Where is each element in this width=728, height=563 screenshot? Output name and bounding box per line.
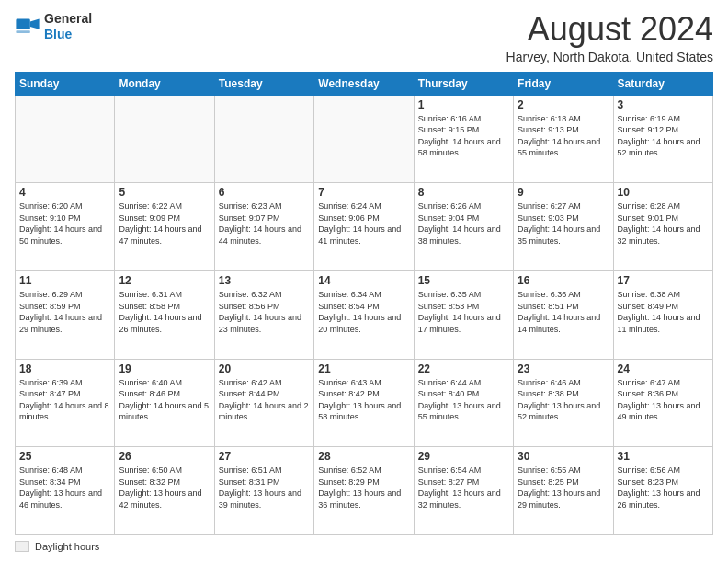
calendar-cell: 30Sunrise: 6:55 AM Sunset: 8:25 PM Dayli… [514, 447, 613, 535]
calendar-cell: 3Sunrise: 6:19 AM Sunset: 9:12 PM Daylig… [613, 95, 712, 183]
calendar-cell: 4Sunrise: 6:20 AM Sunset: 9:10 PM Daylig… [16, 183, 115, 271]
calendar-cell: 31Sunrise: 6:56 AM Sunset: 8:23 PM Dayli… [613, 447, 712, 535]
day-number: 1 [418, 98, 509, 111]
legend: Daylight hours [15, 541, 713, 552]
day-info: Sunrise: 6:29 AM Sunset: 8:59 PM Dayligh… [19, 289, 110, 335]
calendar-cell: 13Sunrise: 6:32 AM Sunset: 8:56 PM Dayli… [214, 270, 313, 359]
day-info: Sunrise: 6:42 AM Sunset: 8:44 PM Dayligh… [219, 377, 310, 423]
calendar-cell: 20Sunrise: 6:42 AM Sunset: 8:44 PM Dayli… [214, 359, 313, 447]
day-info: Sunrise: 6:18 AM Sunset: 9:13 PM Dayligh… [518, 113, 609, 159]
calendar-cell: 8Sunrise: 6:26 AM Sunset: 9:04 PM Daylig… [414, 183, 513, 271]
day-number: 11 [19, 274, 110, 287]
day-info: Sunrise: 6:47 AM Sunset: 8:36 PM Dayligh… [618, 377, 709, 423]
day-number: 4 [19, 186, 110, 199]
day-info: Sunrise: 6:35 AM Sunset: 8:53 PM Dayligh… [418, 289, 509, 335]
col-wednesday: Wednesday [314, 72, 414, 95]
calendar-cell: 19Sunrise: 6:40 AM Sunset: 8:46 PM Dayli… [115, 359, 214, 447]
day-number: 15 [418, 274, 509, 287]
calendar-cell: 15Sunrise: 6:35 AM Sunset: 8:53 PM Dayli… [414, 270, 513, 359]
day-info: Sunrise: 6:54 AM Sunset: 8:27 PM Dayligh… [418, 465, 509, 511]
col-monday: Monday [115, 72, 214, 95]
day-number: 21 [318, 362, 409, 375]
day-info: Sunrise: 6:43 AM Sunset: 8:42 PM Dayligh… [318, 377, 409, 423]
day-number: 9 [518, 186, 609, 199]
day-number: 27 [219, 450, 310, 463]
calendar-cell: 25Sunrise: 6:48 AM Sunset: 8:34 PM Dayli… [16, 447, 115, 535]
calendar-cell: 17Sunrise: 6:38 AM Sunset: 8:49 PM Dayli… [613, 270, 712, 359]
svg-rect-2 [16, 30, 29, 33]
day-info: Sunrise: 6:48 AM Sunset: 8:34 PM Dayligh… [19, 465, 110, 511]
day-info: Sunrise: 6:26 AM Sunset: 9:04 PM Dayligh… [418, 201, 509, 247]
calendar-cell: 11Sunrise: 6:29 AM Sunset: 8:59 PM Dayli… [16, 270, 115, 359]
day-number: 13 [219, 274, 310, 287]
day-info: Sunrise: 6:44 AM Sunset: 8:40 PM Dayligh… [418, 377, 509, 423]
calendar-cell: 6Sunrise: 6:23 AM Sunset: 9:07 PM Daylig… [214, 183, 313, 271]
col-tuesday: Tuesday [214, 72, 313, 95]
day-number: 16 [518, 274, 609, 287]
page: General Blue August 2024 Harvey, North D… [0, 0, 728, 563]
calendar-week-0: 1Sunrise: 6:16 AM Sunset: 9:15 PM Daylig… [16, 95, 713, 183]
calendar-week-1: 4Sunrise: 6:20 AM Sunset: 9:10 PM Daylig… [16, 183, 713, 271]
day-number: 12 [119, 274, 210, 287]
day-number: 29 [418, 450, 509, 463]
svg-marker-1 [30, 18, 40, 29]
calendar-cell: 21Sunrise: 6:43 AM Sunset: 8:42 PM Dayli… [314, 359, 414, 447]
day-info: Sunrise: 6:23 AM Sunset: 9:07 PM Dayligh… [219, 201, 310, 247]
day-info: Sunrise: 6:20 AM Sunset: 9:10 PM Dayligh… [19, 201, 110, 247]
day-number: 18 [19, 362, 110, 375]
calendar-cell [314, 95, 414, 183]
day-number: 20 [219, 362, 310, 375]
day-number: 6 [219, 186, 310, 199]
calendar-header-row: Sunday Monday Tuesday Wednesday Thursday… [16, 72, 713, 95]
calendar-cell: 28Sunrise: 6:52 AM Sunset: 8:29 PM Dayli… [314, 447, 414, 535]
logo-general: General [44, 11, 92, 26]
legend-label: Daylight hours [35, 541, 99, 552]
calendar-cell: 5Sunrise: 6:22 AM Sunset: 9:09 PM Daylig… [115, 183, 214, 271]
calendar-cell: 27Sunrise: 6:51 AM Sunset: 8:31 PM Dayli… [214, 447, 313, 535]
calendar-cell: 23Sunrise: 6:46 AM Sunset: 8:38 PM Dayli… [514, 359, 613, 447]
day-info: Sunrise: 6:55 AM Sunset: 8:25 PM Dayligh… [518, 465, 609, 511]
col-friday: Friday [514, 72, 613, 95]
calendar-cell: 7Sunrise: 6:24 AM Sunset: 9:06 PM Daylig… [314, 183, 414, 271]
day-info: Sunrise: 6:22 AM Sunset: 9:09 PM Dayligh… [119, 201, 210, 247]
day-info: Sunrise: 6:51 AM Sunset: 8:31 PM Dayligh… [219, 465, 310, 511]
day-info: Sunrise: 6:38 AM Sunset: 8:49 PM Dayligh… [618, 289, 709, 335]
day-info: Sunrise: 6:56 AM Sunset: 8:23 PM Dayligh… [618, 465, 709, 511]
month-title: August 2024 [506, 11, 713, 48]
day-number: 10 [618, 186, 709, 199]
day-number: 22 [418, 362, 509, 375]
day-number: 8 [418, 186, 509, 199]
svg-rect-0 [16, 18, 29, 29]
calendar-week-2: 11Sunrise: 6:29 AM Sunset: 8:59 PM Dayli… [16, 270, 713, 359]
title-section: August 2024 Harvey, North Dakota, United… [506, 11, 713, 64]
day-number: 19 [119, 362, 210, 375]
location: Harvey, North Dakota, United States [506, 50, 713, 64]
day-info: Sunrise: 6:31 AM Sunset: 8:58 PM Dayligh… [119, 289, 210, 335]
header: General Blue August 2024 Harvey, North D… [15, 11, 713, 64]
day-info: Sunrise: 6:34 AM Sunset: 8:54 PM Dayligh… [318, 289, 409, 335]
calendar-cell: 24Sunrise: 6:47 AM Sunset: 8:36 PM Dayli… [613, 359, 712, 447]
calendar-cell: 9Sunrise: 6:27 AM Sunset: 9:03 PM Daylig… [514, 183, 613, 271]
day-info: Sunrise: 6:36 AM Sunset: 8:51 PM Dayligh… [518, 289, 609, 335]
day-info: Sunrise: 6:32 AM Sunset: 8:56 PM Dayligh… [219, 289, 310, 335]
logo-text: General Blue [44, 11, 92, 42]
calendar-cell: 29Sunrise: 6:54 AM Sunset: 8:27 PM Dayli… [414, 447, 513, 535]
day-info: Sunrise: 6:24 AM Sunset: 9:06 PM Dayligh… [318, 201, 409, 247]
calendar-cell [214, 95, 313, 183]
calendar-cell: 1Sunrise: 6:16 AM Sunset: 9:15 PM Daylig… [414, 95, 513, 183]
day-number: 28 [318, 450, 409, 463]
calendar-cell [115, 95, 214, 183]
day-number: 24 [618, 362, 709, 375]
calendar-week-3: 18Sunrise: 6:39 AM Sunset: 8:47 PM Dayli… [16, 359, 713, 447]
day-number: 5 [119, 186, 210, 199]
calendar-week-4: 25Sunrise: 6:48 AM Sunset: 8:34 PM Dayli… [16, 447, 713, 535]
col-saturday: Saturday [613, 72, 712, 95]
day-number: 7 [318, 186, 409, 199]
day-number: 23 [518, 362, 609, 375]
calendar-cell: 22Sunrise: 6:44 AM Sunset: 8:40 PM Dayli… [414, 359, 513, 447]
calendar-cell: 14Sunrise: 6:34 AM Sunset: 8:54 PM Dayli… [314, 270, 414, 359]
day-number: 30 [518, 450, 609, 463]
calendar: Sunday Monday Tuesday Wednesday Thursday… [15, 72, 713, 535]
calendar-cell: 2Sunrise: 6:18 AM Sunset: 9:13 PM Daylig… [514, 95, 613, 183]
logo: General Blue [15, 11, 92, 42]
